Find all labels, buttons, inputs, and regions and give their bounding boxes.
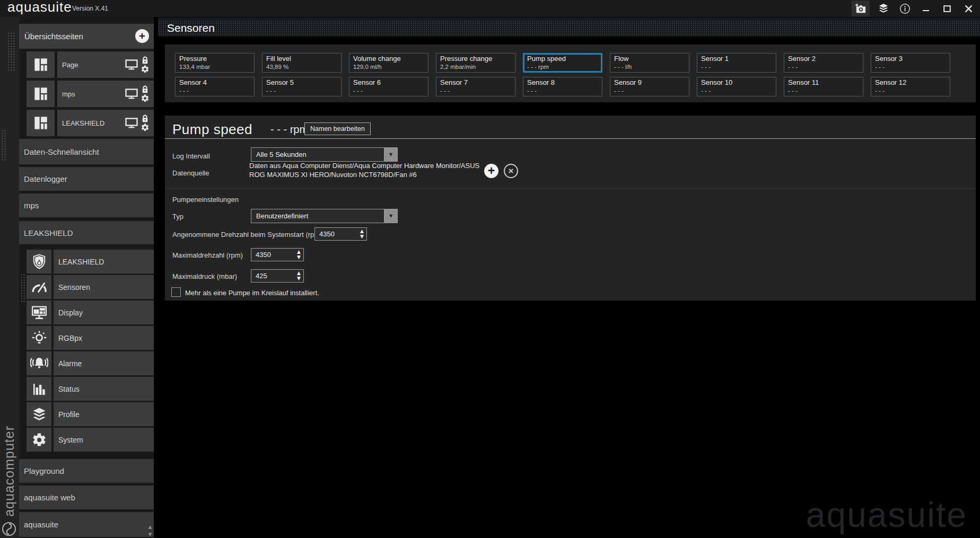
- sensor-tile[interactable]: Sensor 3- - -: [871, 53, 950, 73]
- minimize-button[interactable]: [918, 1, 933, 16]
- sidebar-item-label[interactable]: Display: [54, 301, 154, 324]
- sidebar-item-aquasuite-web[interactable]: aquasuite web: [19, 486, 154, 509]
- sidebar-item-alarme[interactable]: Alarme: [27, 351, 154, 375]
- sensor-tile-value: - - -: [614, 87, 685, 94]
- scroll-up-icon[interactable]: ▲: [147, 525, 153, 530]
- add-datasource-button[interactable]: +: [484, 164, 498, 178]
- page-row-body[interactable]: mps: [57, 81, 154, 107]
- pump-type-select[interactable]: Benutzerdefiniert ▼: [251, 209, 398, 223]
- log-interval-select[interactable]: Alle 5 Sekunden ▼: [251, 147, 398, 162]
- sensor-tile-label: Sensor 6: [353, 78, 424, 86]
- pump-speed-detail-panel: Pump speed - - - rpm Namen bearbeiten Lo…: [165, 116, 976, 301]
- sidebar-item-leakshield[interactable]: LEAKSHIELD: [27, 250, 154, 274]
- sensor-tile-label: Volume change: [353, 55, 424, 63]
- multiple-pumps-checkbox[interactable]: [171, 287, 181, 297]
- info-icon[interactable]: [897, 1, 912, 16]
- max-rpm-stepper[interactable]: 4350 ▲▼: [251, 248, 304, 261]
- startup-rpm-stepper[interactable]: 4350 ▲▼: [314, 227, 367, 241]
- edit-name-button[interactable]: Namen bearbeiten: [304, 122, 371, 135]
- sidebar-page-row[interactable]: mps: [27, 81, 154, 107]
- sensor-tile-value: - - -: [875, 64, 946, 70]
- sidebar-item-playground[interactable]: Playground: [19, 459, 154, 483]
- lock-icon[interactable]: [142, 56, 148, 64]
- lock-icon[interactable]: [142, 114, 148, 122]
- sensor-tile[interactable]: Sensor 2- - -: [784, 53, 863, 73]
- sidebar-item-sensoren[interactable]: Sensoren: [27, 275, 154, 299]
- monitor-icon[interactable]: [125, 89, 138, 99]
- sensor-tile[interactable]: Pressure133,4 mbar: [175, 53, 255, 73]
- sidebar-item-leakshield[interactable]: LEAKSHIELD: [19, 221, 154, 244]
- sidebar-item-aquasuite[interactable]: aquasuite: [19, 512, 154, 537]
- sidebar-item-label[interactable]: System: [54, 428, 154, 452]
- display-icon: [27, 301, 51, 324]
- sensor-tile[interactable]: Sensor 11- - -: [784, 77, 863, 96]
- sidebar-item-label[interactable]: Sensoren: [54, 275, 154, 299]
- sensor-tile[interactable]: Sensor 4- - -: [175, 77, 255, 96]
- sensor-tile[interactable]: Pump speed- - - rpm: [523, 53, 602, 73]
- max-pressure-stepper[interactable]: 425 ▲▼: [251, 269, 304, 283]
- sidebar-item-profile[interactable]: Profile: [27, 402, 154, 426]
- sidebar-item-datenlogger[interactable]: Datenlogger: [19, 167, 154, 191]
- sidebar-scrollbar[interactable]: ▲ ▼: [147, 525, 153, 537]
- sidebar-item-label[interactable]: Profile: [54, 402, 154, 426]
- page-grid-icon[interactable]: [27, 51, 55, 78]
- sensor-tile[interactable]: Sensor 9- - -: [610, 77, 689, 96]
- page-row-body[interactable]: Page: [57, 51, 154, 78]
- page-grid-icon[interactable]: [27, 81, 55, 107]
- sidebar-item-rgbpx[interactable]: RGBpx: [27, 326, 154, 350]
- sensor-tile[interactable]: Pressure change2,2 mbar/min: [436, 53, 515, 73]
- gear-icon[interactable]: [141, 65, 150, 74]
- sidebar-item-label[interactable]: LEAKSHIELD: [54, 250, 154, 274]
- sensor-tile[interactable]: Volume change129,0 ml/h: [349, 53, 428, 73]
- sensor-tile[interactable]: Sensor 1- - -: [697, 53, 776, 73]
- sensor-tile[interactable]: Sensor 7- - -: [436, 77, 515, 96]
- maximize-button[interactable]: [940, 1, 955, 16]
- sidebar-item-display[interactable]: Display: [27, 301, 154, 324]
- step-up-icon[interactable]: ▲: [360, 228, 364, 234]
- divider: [165, 138, 976, 139]
- page-row-body[interactable]: LEAKSHIELD: [57, 110, 154, 136]
- sidebar-item-label[interactable]: Alarme: [54, 351, 154, 375]
- screenshot-camera-icon[interactable]: [852, 1, 870, 16]
- sensor-tile[interactable]: Flow- - - l/h: [610, 53, 689, 73]
- step-up-icon[interactable]: ▲: [297, 270, 301, 276]
- overview-pages-header[interactable]: Übersichtsseiten +: [19, 24, 154, 49]
- sensor-tile-label: Sensor 1: [701, 55, 772, 63]
- step-down-icon[interactable]: ▼: [297, 254, 301, 260]
- chevron-down-icon[interactable]: ▼: [384, 209, 397, 223]
- gear-icon[interactable]: [141, 123, 150, 132]
- sensor-tile[interactable]: Sensor 6- - -: [349, 77, 428, 96]
- sidebar-item-status[interactable]: Status: [27, 377, 154, 401]
- sensor-tile-label: Sensor 8: [527, 78, 598, 86]
- lock-icon[interactable]: [142, 85, 148, 93]
- close-button[interactable]: [961, 1, 976, 16]
- sidebar-item-daten-schnellansicht[interactable]: Daten-Schnellansicht: [19, 139, 154, 164]
- sidebar-page-row[interactable]: Page: [27, 51, 154, 78]
- log-interval-label: Log Intervall: [172, 152, 210, 160]
- monitor-icon[interactable]: [125, 59, 138, 70]
- chevron-down-icon[interactable]: ▼: [384, 148, 397, 161]
- sensor-tile[interactable]: Sensor 10- - -: [697, 77, 776, 96]
- sensor-tile[interactable]: Sensor 8- - -: [523, 77, 602, 96]
- sidebar-item-system[interactable]: System: [27, 428, 154, 452]
- sidebar-item-mps[interactable]: mps: [19, 193, 154, 217]
- remove-datasource-button[interactable]: ×: [504, 164, 518, 178]
- sidebar-page-row[interactable]: LEAKSHIELD: [27, 110, 154, 136]
- step-up-icon[interactable]: ▲: [297, 249, 301, 254]
- page-grid-icon[interactable]: [27, 110, 55, 136]
- gear-icon[interactable]: [141, 94, 150, 103]
- step-down-icon[interactable]: ▼: [360, 234, 364, 239]
- sidebar-item-label[interactable]: RGBpx: [54, 326, 154, 350]
- sensor-tile[interactable]: Sensor 5- - -: [262, 77, 342, 96]
- step-down-icon[interactable]: ▼: [297, 276, 301, 281]
- sensor-tile[interactable]: Fill level43,89 %: [262, 53, 342, 73]
- sensor-tile[interactable]: Sensor 12- - -: [871, 77, 950, 96]
- left-brand-strip: aquacomputer: [0, 17, 19, 538]
- monitor-icon[interactable]: [125, 118, 138, 128]
- add-page-button[interactable]: +: [135, 29, 149, 43]
- startup-rpm-label: Angenommene Drehzahl beim Systemstart (r…: [172, 231, 322, 239]
- scroll-down-icon[interactable]: ▼: [147, 532, 153, 537]
- layers-icon[interactable]: [876, 1, 891, 16]
- sensor-tile-value: 133,4 mbar: [179, 64, 250, 70]
- sidebar-item-label[interactable]: Status: [54, 377, 154, 401]
